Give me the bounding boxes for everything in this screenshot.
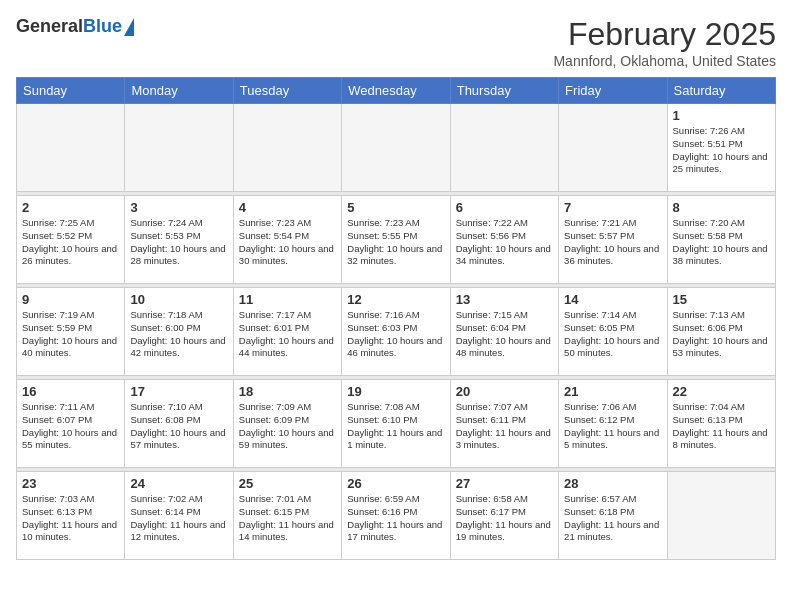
day-number: 24 [130, 476, 227, 491]
day-info: Sunrise: 7:25 AM Sunset: 5:52 PM Dayligh… [22, 217, 119, 268]
day-info: Sunrise: 7:26 AM Sunset: 5:51 PM Dayligh… [673, 125, 770, 176]
day-number: 15 [673, 292, 770, 307]
day-info: Sunrise: 7:22 AM Sunset: 5:56 PM Dayligh… [456, 217, 553, 268]
day-of-week-header: Wednesday [342, 78, 450, 104]
page-header: General Blue February 2025 Mannford, Okl… [16, 16, 776, 69]
day-info: Sunrise: 7:11 AM Sunset: 6:07 PM Dayligh… [22, 401, 119, 452]
calendar-cell: 22Sunrise: 7:04 AM Sunset: 6:13 PM Dayli… [667, 380, 775, 468]
day-number: 28 [564, 476, 661, 491]
calendar-cell: 11Sunrise: 7:17 AM Sunset: 6:01 PM Dayli… [233, 288, 341, 376]
calendar-body: 1Sunrise: 7:26 AM Sunset: 5:51 PM Daylig… [17, 104, 776, 560]
calendar-week-row: 9Sunrise: 7:19 AM Sunset: 5:59 PM Daylig… [17, 288, 776, 376]
day-info: Sunrise: 7:16 AM Sunset: 6:03 PM Dayligh… [347, 309, 444, 360]
calendar-cell [450, 104, 558, 192]
day-info: Sunrise: 7:09 AM Sunset: 6:09 PM Dayligh… [239, 401, 336, 452]
day-number: 6 [456, 200, 553, 215]
day-number: 4 [239, 200, 336, 215]
location-text: Mannford, Oklahoma, United States [553, 53, 776, 69]
day-number: 18 [239, 384, 336, 399]
day-info: Sunrise: 7:01 AM Sunset: 6:15 PM Dayligh… [239, 493, 336, 544]
day-number: 23 [22, 476, 119, 491]
day-info: Sunrise: 6:57 AM Sunset: 6:18 PM Dayligh… [564, 493, 661, 544]
calendar-cell: 7Sunrise: 7:21 AM Sunset: 5:57 PM Daylig… [559, 196, 667, 284]
day-number: 17 [130, 384, 227, 399]
day-info: Sunrise: 7:06 AM Sunset: 6:12 PM Dayligh… [564, 401, 661, 452]
day-number: 12 [347, 292, 444, 307]
calendar-cell: 25Sunrise: 7:01 AM Sunset: 6:15 PM Dayli… [233, 472, 341, 560]
day-number: 9 [22, 292, 119, 307]
calendar-cell: 8Sunrise: 7:20 AM Sunset: 5:58 PM Daylig… [667, 196, 775, 284]
day-number: 7 [564, 200, 661, 215]
calendar-week-row: 23Sunrise: 7:03 AM Sunset: 6:13 PM Dayli… [17, 472, 776, 560]
logo-triangle-icon [124, 18, 134, 36]
calendar-cell [667, 472, 775, 560]
day-info: Sunrise: 6:59 AM Sunset: 6:16 PM Dayligh… [347, 493, 444, 544]
calendar-cell: 23Sunrise: 7:03 AM Sunset: 6:13 PM Dayli… [17, 472, 125, 560]
day-number: 3 [130, 200, 227, 215]
calendar-cell: 2Sunrise: 7:25 AM Sunset: 5:52 PM Daylig… [17, 196, 125, 284]
day-info: Sunrise: 7:04 AM Sunset: 6:13 PM Dayligh… [673, 401, 770, 452]
calendar-cell [233, 104, 341, 192]
day-number: 22 [673, 384, 770, 399]
day-number: 14 [564, 292, 661, 307]
day-info: Sunrise: 7:17 AM Sunset: 6:01 PM Dayligh… [239, 309, 336, 360]
day-number: 1 [673, 108, 770, 123]
logo: General Blue [16, 16, 134, 37]
calendar-cell [125, 104, 233, 192]
logo-general-text: General [16, 16, 83, 37]
day-number: 27 [456, 476, 553, 491]
calendar-cell [17, 104, 125, 192]
day-number: 26 [347, 476, 444, 491]
calendar-cell: 28Sunrise: 6:57 AM Sunset: 6:18 PM Dayli… [559, 472, 667, 560]
day-info: Sunrise: 7:18 AM Sunset: 6:00 PM Dayligh… [130, 309, 227, 360]
calendar-cell: 12Sunrise: 7:16 AM Sunset: 6:03 PM Dayli… [342, 288, 450, 376]
calendar-table: SundayMondayTuesdayWednesdayThursdayFrid… [16, 77, 776, 560]
calendar-cell: 6Sunrise: 7:22 AM Sunset: 5:56 PM Daylig… [450, 196, 558, 284]
month-title: February 2025 [553, 16, 776, 53]
calendar-week-row: 2Sunrise: 7:25 AM Sunset: 5:52 PM Daylig… [17, 196, 776, 284]
day-of-week-header: Friday [559, 78, 667, 104]
day-info: Sunrise: 7:13 AM Sunset: 6:06 PM Dayligh… [673, 309, 770, 360]
calendar-cell: 5Sunrise: 7:23 AM Sunset: 5:55 PM Daylig… [342, 196, 450, 284]
calendar-cell: 26Sunrise: 6:59 AM Sunset: 6:16 PM Dayli… [342, 472, 450, 560]
calendar-cell: 15Sunrise: 7:13 AM Sunset: 6:06 PM Dayli… [667, 288, 775, 376]
calendar-cell [559, 104, 667, 192]
calendar-cell: 3Sunrise: 7:24 AM Sunset: 5:53 PM Daylig… [125, 196, 233, 284]
calendar-cell: 9Sunrise: 7:19 AM Sunset: 5:59 PM Daylig… [17, 288, 125, 376]
calendar-cell: 4Sunrise: 7:23 AM Sunset: 5:54 PM Daylig… [233, 196, 341, 284]
day-number: 20 [456, 384, 553, 399]
day-info: Sunrise: 7:19 AM Sunset: 5:59 PM Dayligh… [22, 309, 119, 360]
day-info: Sunrise: 7:20 AM Sunset: 5:58 PM Dayligh… [673, 217, 770, 268]
title-section: February 2025 Mannford, Oklahoma, United… [553, 16, 776, 69]
calendar-cell: 19Sunrise: 7:08 AM Sunset: 6:10 PM Dayli… [342, 380, 450, 468]
day-number: 19 [347, 384, 444, 399]
day-number: 21 [564, 384, 661, 399]
day-of-week-header: Tuesday [233, 78, 341, 104]
calendar-cell: 1Sunrise: 7:26 AM Sunset: 5:51 PM Daylig… [667, 104, 775, 192]
calendar-cell: 20Sunrise: 7:07 AM Sunset: 6:11 PM Dayli… [450, 380, 558, 468]
calendar-cell: 13Sunrise: 7:15 AM Sunset: 6:04 PM Dayli… [450, 288, 558, 376]
day-info: Sunrise: 6:58 AM Sunset: 6:17 PM Dayligh… [456, 493, 553, 544]
day-number: 13 [456, 292, 553, 307]
logo-blue-text: Blue [83, 16, 122, 37]
calendar-cell: 18Sunrise: 7:09 AM Sunset: 6:09 PM Dayli… [233, 380, 341, 468]
day-info: Sunrise: 7:07 AM Sunset: 6:11 PM Dayligh… [456, 401, 553, 452]
day-of-week-header: Saturday [667, 78, 775, 104]
calendar-cell: 27Sunrise: 6:58 AM Sunset: 6:17 PM Dayli… [450, 472, 558, 560]
calendar-cell: 21Sunrise: 7:06 AM Sunset: 6:12 PM Dayli… [559, 380, 667, 468]
day-info: Sunrise: 7:03 AM Sunset: 6:13 PM Dayligh… [22, 493, 119, 544]
day-info: Sunrise: 7:21 AM Sunset: 5:57 PM Dayligh… [564, 217, 661, 268]
calendar-cell: 16Sunrise: 7:11 AM Sunset: 6:07 PM Dayli… [17, 380, 125, 468]
day-info: Sunrise: 7:24 AM Sunset: 5:53 PM Dayligh… [130, 217, 227, 268]
calendar-cell: 24Sunrise: 7:02 AM Sunset: 6:14 PM Dayli… [125, 472, 233, 560]
day-number: 10 [130, 292, 227, 307]
day-info: Sunrise: 7:14 AM Sunset: 6:05 PM Dayligh… [564, 309, 661, 360]
calendar-header-row: SundayMondayTuesdayWednesdayThursdayFrid… [17, 78, 776, 104]
day-number: 5 [347, 200, 444, 215]
day-info: Sunrise: 7:08 AM Sunset: 6:10 PM Dayligh… [347, 401, 444, 452]
day-info: Sunrise: 7:23 AM Sunset: 5:54 PM Dayligh… [239, 217, 336, 268]
calendar-cell: 14Sunrise: 7:14 AM Sunset: 6:05 PM Dayli… [559, 288, 667, 376]
calendar-cell: 17Sunrise: 7:10 AM Sunset: 6:08 PM Dayli… [125, 380, 233, 468]
day-info: Sunrise: 7:10 AM Sunset: 6:08 PM Dayligh… [130, 401, 227, 452]
day-info: Sunrise: 7:02 AM Sunset: 6:14 PM Dayligh… [130, 493, 227, 544]
